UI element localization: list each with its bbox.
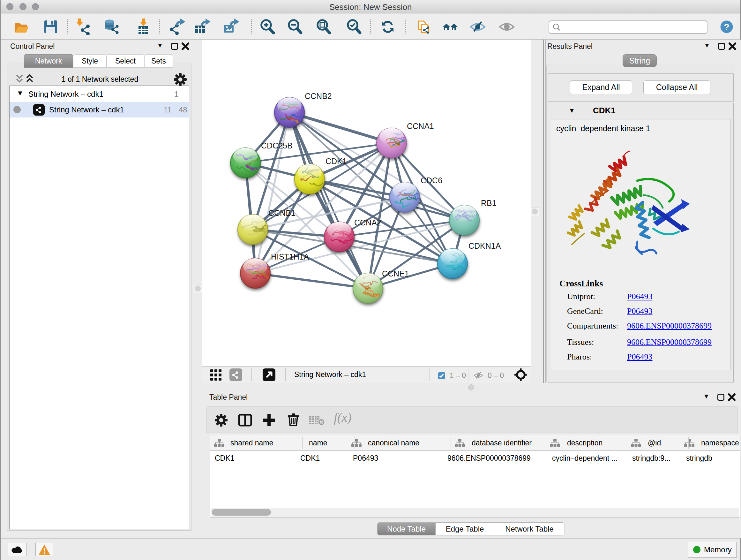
svg-text:?: ?	[724, 22, 729, 32]
svg-text:CCNB2: CCNB2	[305, 91, 332, 101]
svg-text:CDC25B: CDC25B	[261, 141, 293, 150]
svg-text:CCNA2: CCNA2	[354, 218, 381, 227]
svg-text:CDK1: CDK1	[326, 157, 347, 166]
svg-text:CCNA1: CCNA1	[407, 122, 434, 131]
svg-text:CDC6: CDC6	[421, 176, 442, 185]
svg-text:CCNB1: CCNB1	[268, 208, 295, 217]
svg-text:CCNE1: CCNE1	[382, 269, 409, 278]
svg-text:HIST1H1A: HIST1H1A	[271, 252, 309, 261]
svg-text:RB1: RB1	[481, 199, 496, 207]
svg-text:CDKN1A: CDKN1A	[468, 241, 501, 250]
